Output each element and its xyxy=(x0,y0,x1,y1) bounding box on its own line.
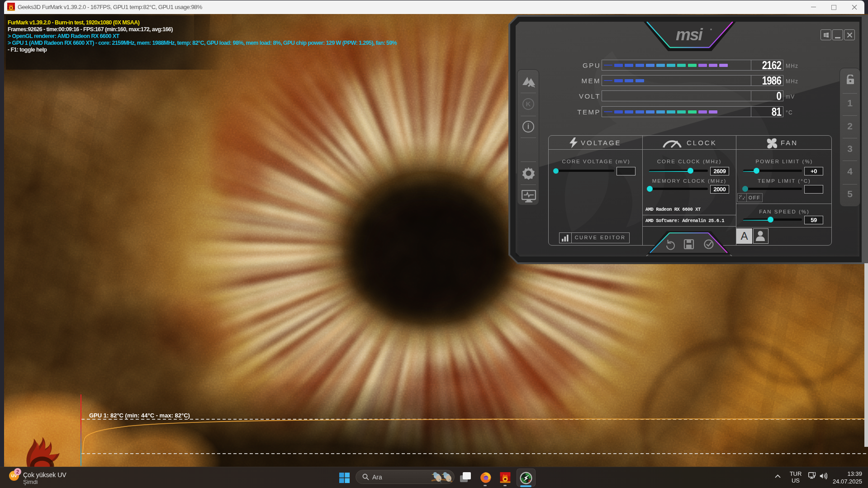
svg-text:msi: msi xyxy=(676,25,703,44)
